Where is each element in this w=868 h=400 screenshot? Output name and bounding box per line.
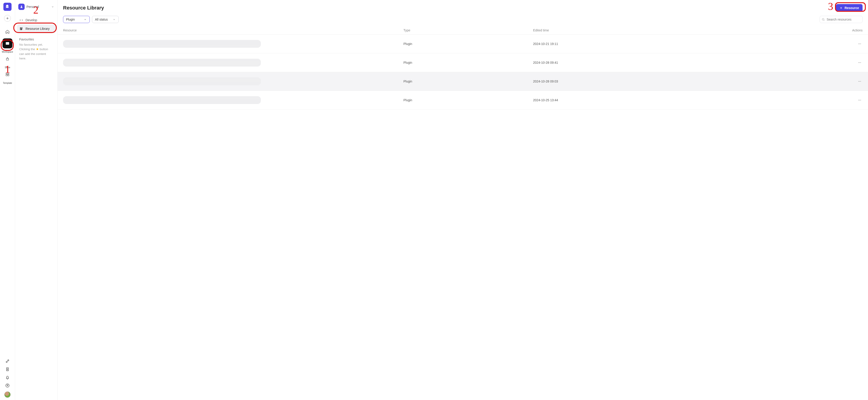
col-edited: Edited time xyxy=(528,26,771,35)
chevron-down-icon xyxy=(51,5,54,8)
redacted-text xyxy=(63,78,261,85)
app-logo[interactable] xyxy=(3,3,11,11)
connection-icon[interactable] xyxy=(5,359,10,363)
robot-icon xyxy=(5,57,10,61)
add-resource-button[interactable]: Resource xyxy=(836,4,863,12)
plus-icon xyxy=(6,17,9,20)
svg-point-13 xyxy=(860,100,860,100)
svg-point-14 xyxy=(860,100,861,100)
cell-resource xyxy=(58,72,398,91)
sidebar-link-resource-library[interactable]: Resource Library xyxy=(17,24,56,33)
dots-icon xyxy=(858,42,862,46)
redacted-text xyxy=(63,40,261,48)
favourites-heading: Favourites xyxy=(17,37,56,42)
code-icon xyxy=(19,18,23,22)
svg-point-8 xyxy=(860,62,861,63)
dots-icon xyxy=(858,98,862,102)
library-icon xyxy=(19,27,23,31)
cell-resource xyxy=(58,53,398,72)
rail-label-template: Template xyxy=(1,82,14,84)
cell-type: Plugin xyxy=(398,53,528,72)
svg-point-3 xyxy=(858,43,859,44)
workspace-picker[interactable]: Personal xyxy=(17,3,56,11)
chevron-down-icon xyxy=(84,18,87,21)
col-actions: Actions xyxy=(771,26,868,35)
filter-type-select[interactable]: Plugin xyxy=(63,16,90,23)
cell-edited: 2024-10-28 09:03 xyxy=(528,72,771,91)
redacted-text xyxy=(63,96,261,104)
new-button[interactable] xyxy=(4,15,11,22)
terminal-icon xyxy=(5,41,10,45)
rail-item-template[interactable] xyxy=(2,70,12,80)
main: Resource Library Resource Plugin All sta… xyxy=(58,0,868,400)
cell-type: Plugin xyxy=(398,91,528,110)
sidebar: Personal Develop Resource Library Favour… xyxy=(15,0,58,400)
upload-icon[interactable] xyxy=(5,383,10,388)
table-row[interactable]: Plugin2024-10-28 09:03 xyxy=(58,72,868,91)
table-row[interactable]: Plugin2024-10-21 19:11 xyxy=(58,35,868,53)
rail-label-store: Store xyxy=(1,66,14,69)
svg-point-7 xyxy=(860,62,860,63)
svg-point-9 xyxy=(858,81,859,82)
cell-type: Plugin xyxy=(398,35,528,53)
svg-point-5 xyxy=(860,43,861,44)
svg-point-4 xyxy=(860,43,860,44)
doc-icon[interactable] xyxy=(5,367,10,372)
rail-label-workspace: Workspace xyxy=(1,51,14,53)
workspace-name: Personal xyxy=(26,5,39,8)
row-actions-button[interactable] xyxy=(857,79,863,84)
svg-point-10 xyxy=(860,81,860,82)
home-icon xyxy=(5,29,10,34)
cell-resource xyxy=(58,91,398,110)
col-type: Type xyxy=(398,26,528,35)
cell-edited: 2024-10-25 13:44 xyxy=(528,91,771,110)
table-row[interactable]: Plugin2024-10-28 09:41 xyxy=(58,53,868,72)
svg-point-11 xyxy=(860,81,861,82)
svg-rect-0 xyxy=(6,42,9,45)
chevron-down-icon xyxy=(113,18,116,21)
svg-point-6 xyxy=(858,62,859,63)
svg-point-2 xyxy=(822,18,824,20)
table-row[interactable]: Plugin2024-10-25 13:44 xyxy=(58,91,868,110)
col-resource: Resource xyxy=(58,26,398,35)
left-rail: Workspace Store Template 1 xyxy=(0,0,15,400)
cell-resource xyxy=(58,35,398,53)
cell-edited: 2024-10-21 19:11 xyxy=(528,35,771,53)
filter-status-select[interactable]: All status xyxy=(92,16,119,23)
layout-icon xyxy=(5,72,10,77)
search-input[interactable] xyxy=(819,16,863,23)
bell-icon[interactable] xyxy=(5,375,10,380)
plus-icon xyxy=(839,6,843,9)
rail-item-workspace[interactable] xyxy=(2,38,12,49)
cell-edited: 2024-10-28 09:41 xyxy=(528,53,771,72)
search-icon xyxy=(822,18,825,21)
ghost-icon xyxy=(5,4,10,9)
dots-icon xyxy=(858,61,862,65)
row-actions-button[interactable] xyxy=(857,60,863,65)
user-avatar[interactable] xyxy=(4,392,11,398)
favourites-empty: No favourites yet. Clicking the ★ button… xyxy=(17,42,56,61)
star-icon: ★ xyxy=(36,48,39,51)
dots-icon xyxy=(858,79,862,83)
sidebar-link-label: Develop xyxy=(26,18,37,22)
rail-item-home[interactable] xyxy=(2,27,12,37)
sidebar-link-label: Resource Library xyxy=(26,27,50,31)
page-title: Resource Library xyxy=(63,5,104,11)
resource-table: Resource Type Edited time Actions Plugin… xyxy=(58,26,868,110)
sidebar-link-develop[interactable]: Develop xyxy=(17,16,56,24)
person-icon xyxy=(18,4,25,10)
cell-type: Plugin xyxy=(398,72,528,91)
row-actions-button[interactable] xyxy=(857,97,863,103)
rail-item-store[interactable] xyxy=(2,54,12,64)
svg-point-12 xyxy=(858,100,859,100)
row-actions-button[interactable] xyxy=(857,41,863,47)
redacted-text xyxy=(63,59,261,66)
